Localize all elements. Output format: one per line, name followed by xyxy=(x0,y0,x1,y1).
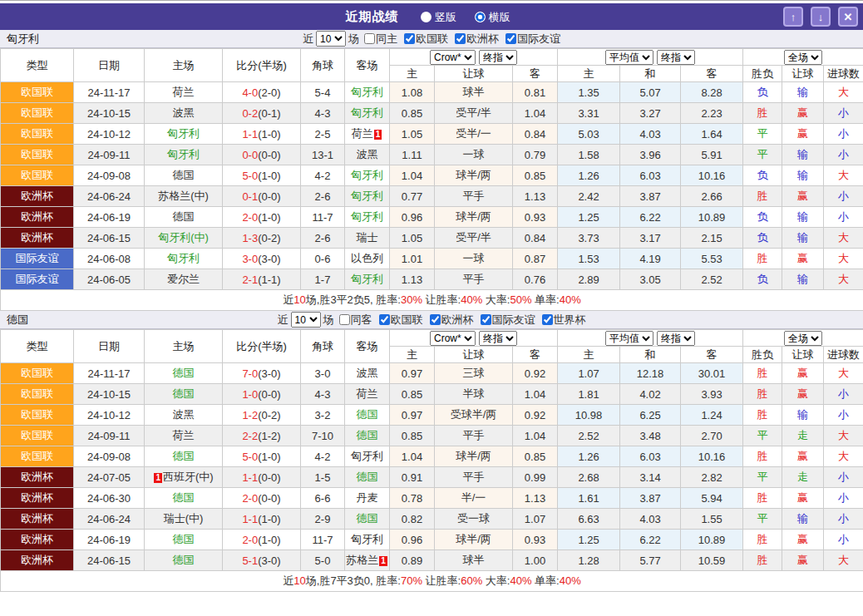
league-filter-checkbox[interactable]: 欧国联 xyxy=(374,313,423,328)
ah-away-odds-cell: 0.93 xyxy=(513,207,558,228)
eu-draw-odds-cell: 4.03 xyxy=(620,124,681,145)
away-team-cell: 苏格兰1 xyxy=(345,550,390,571)
team-label: 匈牙利 xyxy=(351,169,383,181)
result-wdl-cell: 胜 xyxy=(743,103,782,124)
eu-stage-select[interactable]: 终指 xyxy=(657,50,695,65)
corner-cell: 4-2 xyxy=(301,446,345,467)
date-cell: 24-10-12 xyxy=(74,124,145,145)
eu-draw-odds-cell: 6.22 xyxy=(620,207,681,228)
layout-option-vertical[interactable]: 竖版 xyxy=(421,11,456,23)
move-down-button[interactable]: ↓ xyxy=(811,7,831,27)
corner-cell: 2-9 xyxy=(301,509,345,530)
team-label: 波黑 xyxy=(173,106,195,119)
match-row: 国际友谊24-06-08匈牙利3-0(3-0)0-6以色列1.01一球0.871… xyxy=(1,249,863,269)
result-scope-select[interactable]: 全场 xyxy=(784,50,822,65)
eu-home-odds-cell: 2.52 xyxy=(558,426,620,446)
result-handicap-cell: 走 xyxy=(782,426,824,446)
score-cell: 1-1(0-0) xyxy=(223,467,301,488)
ah-stage-select[interactable]: 终指 xyxy=(479,331,517,346)
result-goals-cell: 小 xyxy=(824,467,863,488)
same-venue-checkbox[interactable]: 同客 xyxy=(334,313,372,328)
eu-draw-odds-cell: 4.02 xyxy=(620,384,681,405)
away-team-cell: 匈牙利 xyxy=(345,82,390,103)
ah-home-odds-cell: 0.85 xyxy=(390,384,435,405)
team-label: 匈牙利 xyxy=(167,148,200,160)
home-team-cell: 德国 xyxy=(145,384,223,405)
match-row: 欧国联24-10-12波黑1-2(0-2)3-2德国0.97受球半/两0.921… xyxy=(1,405,863,426)
team-label: 匈牙利 xyxy=(351,106,383,119)
away-team-cell: 德国 xyxy=(345,426,390,446)
result-goals-cell: 小 xyxy=(824,207,863,228)
ah-stage-select[interactable]: 终指 xyxy=(479,50,517,65)
result-handicap-cell: 输 xyxy=(782,509,824,530)
home-team-cell: 德国 xyxy=(145,530,223,550)
eu-stage-select[interactable]: 终指 xyxy=(657,331,695,346)
bookmaker-select[interactable]: Crow* xyxy=(430,50,476,65)
result-goals-cell: 大 xyxy=(824,228,863,249)
team-label: 德国 xyxy=(173,491,195,504)
date-cell: 24-06-30 xyxy=(74,488,145,509)
same-venue-checkbox[interactable]: 同主 xyxy=(359,32,397,47)
match-count-select[interactable]: 10 xyxy=(316,31,346,47)
eu-away-odds-cell: 2.23 xyxy=(681,103,743,124)
ah-line-cell: 球半/两 xyxy=(435,207,513,228)
ah-away-odds-cell: 0.92 xyxy=(513,363,558,384)
home-team-cell: 苏格兰(中) xyxy=(145,186,223,207)
subcol-result-wdl: 胜负 xyxy=(743,66,782,82)
home-team-cell: 匈牙利 xyxy=(145,249,223,269)
league-filter-checkbox[interactable]: 欧洲杯 xyxy=(450,32,499,47)
result-handicap-cell: 输 xyxy=(782,269,824,290)
ah-line-cell: 三球 xyxy=(435,363,513,384)
result-handicap-cell: 输 xyxy=(782,228,824,249)
eu-home-odds-cell: 3.31 xyxy=(558,103,620,124)
league-filter-checkbox[interactable]: 世界杯 xyxy=(537,313,586,328)
close-button[interactable]: ✕ xyxy=(838,7,858,27)
home-team-cell: 匈牙利 xyxy=(145,145,223,165)
score-cell: 1-1(1-0) xyxy=(223,124,301,145)
move-up-button[interactable]: ↑ xyxy=(783,7,803,27)
bookmaker-select[interactable]: Crow* xyxy=(430,331,476,346)
date-cell: 24-06-15 xyxy=(74,228,145,249)
eu-draw-odds-cell: 4.03 xyxy=(620,509,681,530)
ah-away-odds-cell: 0.76 xyxy=(513,269,558,290)
away-team-cell: 波黑 xyxy=(345,145,390,165)
result-handicap-cell: 赢 xyxy=(782,103,824,124)
subcol-eu-home: 主 xyxy=(558,347,620,363)
ah-away-odds-cell: 0.99 xyxy=(513,467,558,488)
ah-away-odds-cell: 1.13 xyxy=(513,488,558,509)
match-row: 欧国联24-10-15波黑0-2(0-1)4-3匈牙利0.85受平/半1.043… xyxy=(1,103,863,124)
corner-cell: 2-6 xyxy=(301,186,345,207)
col-header-away: 客场 xyxy=(345,49,390,82)
league-filter-checkbox[interactable]: 欧洲杯 xyxy=(425,313,474,328)
ah-line-cell: 球半 xyxy=(435,550,513,571)
eu-average-select[interactable]: 平均值 xyxy=(605,50,653,65)
match-row: 欧洲杯24-06-24苏格兰(中)0-1(0-0)2-6匈牙利0.77平手1.1… xyxy=(1,186,863,207)
match-row: 欧国联24-10-15德国1-0(0-0)4-3荷兰0.85半球1.041.81… xyxy=(1,384,863,405)
eu-average-select[interactable]: 平均值 xyxy=(605,331,653,346)
league-filter-checkbox[interactable]: 国际友谊 xyxy=(476,313,535,328)
team-label: 波黑 xyxy=(173,408,195,421)
eu-away-odds-cell: 5.53 xyxy=(681,249,743,269)
ah-away-odds-cell: 0.81 xyxy=(513,82,558,103)
league-filter-checkbox[interactable]: 欧国联 xyxy=(399,32,448,47)
window-title: 近期战绩 xyxy=(345,9,398,23)
result-goals-cell: 小 xyxy=(824,384,863,405)
team-name: 德国 xyxy=(7,313,28,328)
eu-draw-odds-cell: 3.27 xyxy=(620,103,681,124)
league-filter-checkbox[interactable]: 国际友谊 xyxy=(501,32,560,47)
eu-home-odds-cell: 1.58 xyxy=(558,145,620,165)
team-label: 德国 xyxy=(357,429,378,441)
ah-line-cell: 平手 xyxy=(435,467,513,488)
match-row: 欧洲杯24-07-051西班牙(中)1-1(0-0)1-5德国0.91平手0.9… xyxy=(1,467,863,488)
eu-away-odds-cell: 2.70 xyxy=(681,426,743,446)
subcol-eu-draw: 和 xyxy=(620,347,681,363)
match-count-select[interactable]: 10 xyxy=(291,312,321,328)
layout-option-horizontal[interactable]: 横版 xyxy=(475,11,510,23)
team-label: 匈牙利 xyxy=(351,190,383,202)
date-cell: 24-06-24 xyxy=(74,186,145,207)
result-scope-select[interactable]: 全场 xyxy=(784,331,822,346)
result-wdl-cell: 胜 xyxy=(743,186,782,207)
corner-cell: 5-4 xyxy=(301,82,345,103)
eu-away-odds-cell: 30.01 xyxy=(681,363,743,384)
result-wdl-cell: 平 xyxy=(743,124,782,145)
